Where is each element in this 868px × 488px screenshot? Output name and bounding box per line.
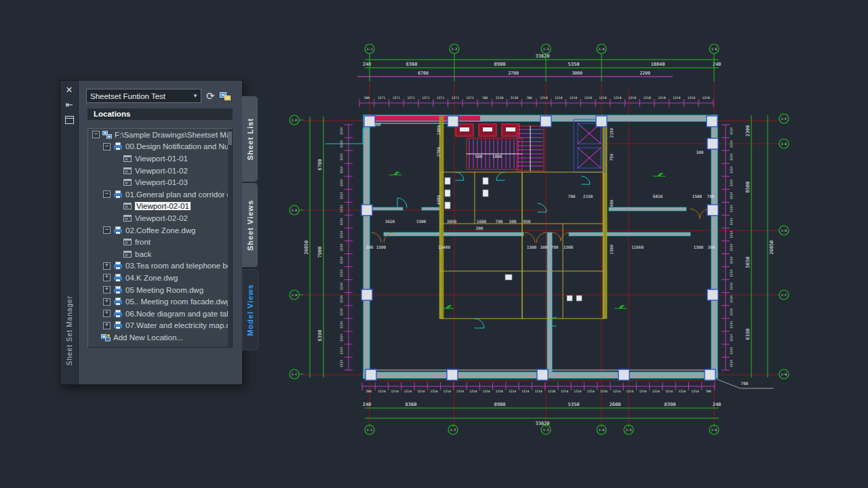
tree-item[interactable]: −F:\Sample Drawings\Sheetset Mar — [88, 129, 232, 141]
import-sheetset-icon[interactable] — [220, 92, 231, 101]
collapse-icon[interactable]: − — [103, 143, 111, 150]
svg-text:1216: 1216 — [496, 390, 503, 393]
tree-item[interactable]: front — [88, 236, 232, 248]
svg-text:2150: 2150 — [583, 194, 593, 199]
svg-text:1214: 1214 — [340, 153, 343, 161]
tree-item-label: 03.Tea room and telephone bo — [125, 262, 231, 270]
tree-item[interactable]: +05 Meeting Room.dwg — [88, 284, 232, 296]
svg-text:500: 500 — [475, 154, 483, 159]
svg-text:2130: 2130 — [496, 96, 503, 100]
viewport-icon — [123, 155, 132, 163]
expand-icon[interactable]: + — [103, 286, 111, 293]
tree-item[interactable]: +07.Water and electricity map.d — [88, 320, 232, 332]
tree-item[interactable]: Viewport-02-02 — [88, 212, 232, 224]
svg-text:240: 240 — [713, 402, 722, 407]
svg-text:1214: 1214 — [730, 308, 733, 316]
svg-text:1214: 1214 — [340, 321, 343, 329]
tree-item[interactable]: Viewport-01-01 — [88, 152, 232, 165]
svg-text:33620: 33620 — [535, 54, 549, 59]
svg-text:1271: 1271 — [393, 96, 400, 100]
tree-item[interactable]: +05.. Meeting room facade.dwg — [88, 296, 232, 308]
sheet-icon — [113, 321, 123, 329]
svg-text:300: 300 — [696, 150, 704, 155]
tree-item[interactable]: +04.K Zone.dwg — [88, 272, 232, 284]
tab-sheet-views[interactable]: Sheet Views — [242, 182, 258, 268]
svg-text:1214: 1214 — [730, 256, 733, 264]
tree-item-label: back — [135, 250, 151, 258]
svg-text:1214: 1214 — [340, 334, 343, 342]
svg-text:6390: 6390 — [317, 330, 323, 342]
svg-text:1219: 1219 — [629, 96, 636, 100]
svg-text:2200: 2200 — [639, 70, 650, 76]
palette-tab-strip: Sheet ListSheet ViewsModel Views — [242, 81, 258, 384]
tree-item[interactable]: +06.Node diagram and gate tab — [88, 308, 232, 320]
auto-hide-icon[interactable]: ⇤ — [64, 100, 75, 110]
svg-text:1214: 1214 — [430, 390, 437, 393]
svg-text:10840: 10840 — [650, 62, 665, 67]
crimson-wall-band — [366, 116, 480, 121]
svg-text:1218: 1218 — [585, 96, 592, 100]
building-architecture — [326, 115, 773, 388]
palette-body: Sheetset Funtion Test ▼ ⟳ Locations −F:\… — [78, 81, 242, 384]
svg-text:1218: 1218 — [548, 390, 555, 393]
svg-text:2700: 2700 — [436, 146, 441, 157]
expand-icon[interactable]: + — [103, 262, 111, 270]
sheet-icon — [113, 190, 123, 199]
svg-text:1-D: 1-D — [292, 293, 298, 297]
sheetset-select[interactable]: Sheetset Funtion Test ▼ — [86, 89, 201, 103]
tree-item-label: Viewport-01-03 — [135, 178, 188, 186]
svg-text:1214: 1214 — [509, 390, 516, 393]
tree-item[interactable]: +03.Tea room and telephone bo — [88, 260, 232, 272]
svg-text:1214: 1214 — [340, 243, 343, 251]
svg-text:1214: 1214 — [340, 308, 343, 316]
svg-text:1214: 1214 — [443, 390, 451, 393]
tree-item[interactable]: Viewport-02-01 — [88, 201, 232, 213]
tree-scrollbar[interactable] — [228, 129, 232, 347]
tab-model-views[interactable]: Model Views — [242, 269, 258, 350]
svg-text:200: 200 — [366, 390, 372, 393]
svg-text:2130: 2130 — [511, 96, 518, 100]
tree-item[interactable]: back — [88, 248, 232, 260]
properties-icon[interactable] — [65, 116, 74, 124]
svg-text:1214: 1214 — [730, 218, 733, 225]
tree-item[interactable]: −01.General plan and corridor e — [88, 188, 232, 201]
svg-text:1271: 1271 — [422, 96, 429, 100]
collapse-icon[interactable]: − — [103, 190, 111, 198]
svg-text:1219: 1219 — [658, 96, 665, 100]
svg-text:6190: 6190 — [745, 329, 751, 340]
close-icon[interactable]: ✕ — [64, 85, 75, 96]
svg-text:1218: 1218 — [644, 96, 651, 100]
refresh-icon[interactable]: ⟳ — [206, 91, 215, 102]
expand-icon[interactable]: + — [103, 322, 111, 329]
fixtures — [445, 178, 582, 301]
svg-text:1214: 1214 — [730, 127, 733, 135]
tree-item[interactable]: Viewport-01-03 — [88, 176, 232, 188]
location-icon — [102, 131, 112, 139]
expand-icon[interactable]: + — [103, 310, 111, 317]
svg-text:1214: 1214 — [626, 390, 633, 393]
tree-scrollbar-thumb[interactable] — [228, 131, 232, 145]
tree-item[interactable]: Add New Location... — [88, 331, 232, 344]
expand-icon[interactable]: + — [103, 298, 111, 306]
viewport-icon — [123, 214, 132, 222]
svg-text:240: 240 — [363, 402, 372, 407]
expand-icon[interactable]: + — [103, 274, 111, 281]
svg-text:6810: 6810 — [653, 194, 663, 199]
tree-item[interactable]: Viewport-01-02 — [88, 165, 232, 177]
collapse-icon[interactable]: − — [103, 226, 111, 234]
tree-item[interactable]: −00.Design Notification and Nur — [88, 141, 232, 153]
tab-label: Model Views — [246, 284, 254, 336]
entrance-canopy — [326, 129, 370, 144]
tree-item[interactable]: −02.Coffee Zone.dwg — [88, 224, 232, 237]
svg-text:13480: 13480 — [438, 245, 450, 249]
tree-item-label: 06.Node diagram and gate tab — [125, 310, 231, 318]
svg-text:300: 300 — [509, 219, 517, 224]
chevron-down-icon[interactable]: ▼ — [190, 93, 201, 99]
room-tags — [389, 172, 665, 309]
svg-text:1214: 1214 — [340, 179, 343, 186]
collapse-icon[interactable]: − — [92, 131, 100, 138]
svg-text:700: 700 — [551, 245, 559, 249]
viewport-icon — [123, 167, 132, 175]
svg-text:1-C: 1-C — [292, 373, 298, 376]
tab-sheet-list[interactable]: Sheet List — [242, 96, 258, 182]
